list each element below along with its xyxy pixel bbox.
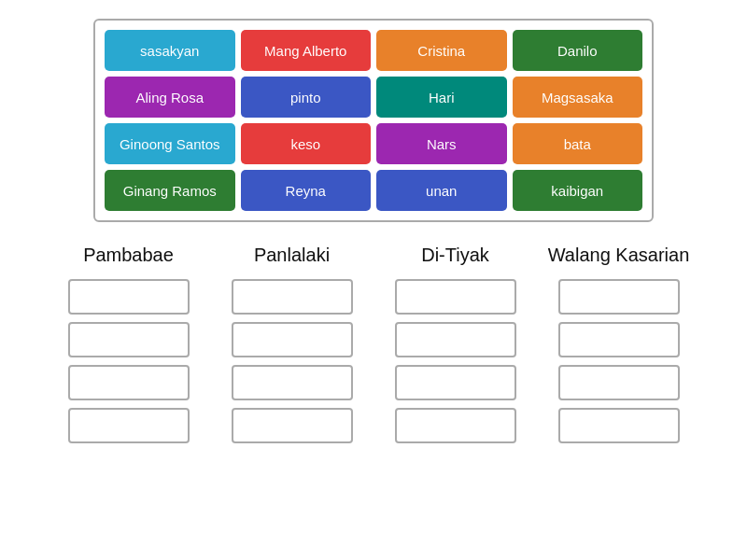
category-col-panlalaki: Panlalaki — [210, 245, 374, 443]
drop-box-pambabae-3[interactable] — [68, 408, 190, 443]
word-tile-hari[interactable]: Hari — [376, 77, 507, 118]
word-tile-nars[interactable]: Nars — [376, 123, 507, 164]
word-tile-reyna[interactable]: Reyna — [241, 170, 372, 211]
drop-box-pambabae-1[interactable] — [68, 322, 190, 357]
drop-box-panlalaki-1[interactable] — [232, 322, 353, 357]
drop-box-di-tiyak-1[interactable] — [395, 322, 516, 357]
category-header-pambabae: Pambabae — [83, 245, 174, 266]
category-col-di-tiyak: Di-Tiyak — [374, 245, 537, 443]
word-tile-aling-rosa[interactable]: Aling Rosa — [105, 77, 235, 118]
drop-box-walang-kasarian-2[interactable] — [558, 365, 680, 400]
drop-box-panlalaki-3[interactable] — [232, 408, 353, 443]
word-tile-unan[interactable]: unan — [376, 170, 507, 211]
word-bank: sasakyanMang AlbertoCristinaDaniloAling … — [93, 19, 654, 222]
word-tile-ginoong-santos[interactable]: Ginoong Santos — [105, 123, 235, 164]
category-col-walang-kasarian: Walang Kasarian — [537, 245, 700, 443]
word-tile-danilo[interactable]: Danilo — [513, 30, 643, 71]
category-header-panlalaki: Panlalaki — [254, 245, 330, 266]
drop-box-panlalaki-2[interactable] — [232, 365, 353, 400]
word-tile-kaibigan[interactable]: kaibigan — [513, 170, 643, 211]
drop-box-di-tiyak-2[interactable] — [395, 365, 516, 400]
word-tile-pinto[interactable]: pinto — [241, 77, 372, 118]
category-header-walang-kasarian: Walang Kasarian — [548, 245, 690, 266]
word-tile-sasakyan[interactable]: sasakyan — [105, 30, 235, 71]
drop-box-panlalaki-0[interactable] — [232, 279, 353, 315]
word-tile-keso[interactable]: keso — [241, 123, 372, 164]
drop-box-pambabae-2[interactable] — [68, 365, 190, 400]
word-tile-ginang-ramos[interactable]: Ginang Ramos — [105, 170, 235, 211]
drop-box-di-tiyak-3[interactable] — [395, 408, 516, 443]
category-col-pambabae: Pambabae — [47, 245, 210, 443]
category-header-di-tiyak: Di-Tiyak — [421, 245, 489, 266]
word-tile-cristina[interactable]: Cristina — [376, 30, 507, 71]
word-tile-bata[interactable]: bata — [513, 123, 643, 164]
word-tile-mang-alberto[interactable]: Mang Alberto — [241, 30, 372, 71]
drop-box-walang-kasarian-1[interactable] — [558, 322, 680, 357]
word-tile-magsasaka[interactable]: Magsasaka — [513, 77, 643, 118]
drop-box-pambabae-0[interactable] — [68, 279, 190, 315]
drop-box-di-tiyak-0[interactable] — [395, 279, 516, 315]
sort-section: PambabaePanlalakiDi-TiyakWalang Kasarian — [47, 245, 700, 443]
drop-box-walang-kasarian-3[interactable] — [558, 408, 680, 443]
drop-box-walang-kasarian-0[interactable] — [558, 279, 680, 315]
